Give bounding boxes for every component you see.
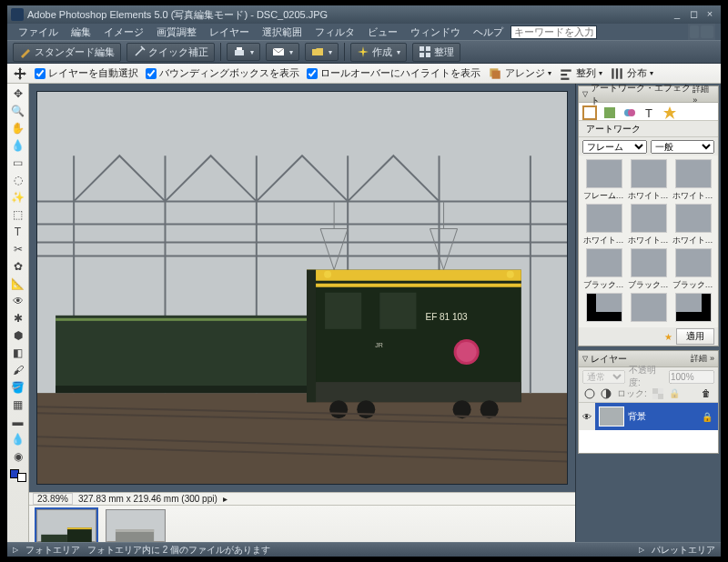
frame-category-select[interactable]: 一般 — [651, 140, 715, 154]
artwork-effects-panel: ▽ アートワーク・エフェクト 詳細 T アートワーク フレーム 一般 — [578, 85, 719, 346]
menu-image[interactable]: イメージ — [98, 24, 149, 41]
artwork-item[interactable]: ホワイト (フレ… — [672, 204, 714, 246]
artwork-item[interactable]: ホワイト (ベ… — [627, 204, 670, 246]
artwork-tab[interactable]: アートワーク — [582, 121, 644, 137]
menu-help[interactable]: ヘルプ — [468, 24, 509, 41]
text-icon[interactable]: T — [642, 105, 657, 120]
favorites-icon[interactable] — [662, 105, 677, 120]
artwork-item[interactable]: ブラック 20px — [672, 248, 714, 291]
artwork-item[interactable]: ホワイト 10px — [627, 159, 670, 202]
collapse-icon[interactable]: ▽ — [582, 355, 588, 363]
artwork-item[interactable] — [627, 293, 670, 324]
layer-row[interactable]: 👁 背景 🔒 — [579, 403, 718, 430]
healing-tool[interactable]: ✱ — [9, 310, 27, 326]
layers-detail-link[interactable]: 詳細 — [691, 353, 714, 365]
zoom-tool[interactable]: 🔍 — [9, 103, 27, 119]
create-button[interactable]: 作成 — [350, 43, 407, 62]
cookie-cutter-tool[interactable]: ✿ — [9, 258, 27, 275]
crop-tool[interactable]: ✂ — [9, 241, 27, 257]
status-arrow-icon[interactable]: ▸ — [223, 494, 228, 504]
lasso-tool[interactable]: ◌ — [9, 172, 27, 188]
maximize-button[interactable]: ◻ — [686, 8, 701, 21]
auto-select-checkbox[interactable]: レイヤーを自動選択 — [35, 66, 138, 80]
favorite-star-icon[interactable]: ★ — [664, 332, 672, 342]
zoom-level[interactable]: 23.89% — [33, 493, 73, 505]
new-layer-icon[interactable] — [584, 388, 595, 399]
redeye-tool[interactable]: 👁 — [9, 293, 27, 309]
expand-palette-area-icon[interactable]: ▷ — [639, 546, 644, 554]
menu-view[interactable]: ビュー — [362, 24, 403, 41]
keyword-search-input[interactable] — [511, 25, 597, 39]
open-button[interactable] — [305, 43, 339, 61]
sponge-tool[interactable]: ◉ — [9, 448, 27, 465]
frame-type-select[interactable]: フレーム — [582, 140, 647, 154]
menu-window[interactable]: ウィンドウ — [405, 24, 466, 41]
organize-button[interactable]: 整理 — [412, 43, 460, 62]
artwork-item[interactable]: ホワイト 20px — [672, 159, 714, 202]
bucket-tool[interactable]: 🪣 — [9, 379, 27, 396]
color-swatch[interactable] — [10, 469, 26, 482]
menu-select[interactable]: 選択範囲 — [257, 24, 308, 41]
menu-filter[interactable]: フィルタ — [309, 24, 360, 41]
quick-fix-button[interactable]: クイック補正 — [126, 43, 215, 62]
artwork-item[interactable]: ホワイト 40px — [582, 204, 625, 246]
wand-tool[interactable]: ✨ — [9, 189, 27, 206]
artwork-item[interactable]: フレームなし — [582, 159, 625, 202]
artwork-item[interactable]: ブラック 10px — [582, 248, 625, 291]
move-tool[interactable]: ✥ — [9, 85, 27, 102]
status-bar: 23.89% 327.83 mm x 219.46 mm (300 ppi) ▸ — [29, 492, 575, 505]
menu-enhance[interactable]: 画質調整 — [151, 24, 202, 41]
thumbnail[interactable]: DSC_0205.JPG — [35, 509, 98, 542]
distribute-dropdown[interactable]: 分布 — [610, 66, 653, 81]
svg-rect-9 — [426, 53, 430, 57]
shape-tool[interactable]: ▬ — [9, 414, 27, 430]
svg-point-52 — [324, 271, 331, 278]
type-tool[interactable]: T — [9, 224, 27, 240]
expand-photo-area-icon[interactable]: ▷ — [13, 546, 18, 554]
adjustment-icon[interactable] — [601, 388, 612, 399]
print-button[interactable] — [227, 43, 260, 61]
selection-brush-tool[interactable]: ⬚ — [9, 206, 27, 223]
envelope-icon — [272, 45, 285, 58]
palette-area-label[interactable]: パレットエリア — [652, 544, 715, 557]
minimize-button[interactable]: _ — [670, 8, 684, 21]
align-dropdown[interactable]: 整列 — [559, 66, 602, 81]
arrange-dropdown[interactable]: アレンジ — [488, 66, 551, 81]
svg-rect-12 — [561, 69, 571, 71]
svg-rect-11 — [492, 70, 500, 78]
artwork-item[interactable]: ブラック 1px — [627, 248, 670, 291]
artwork-detail-link[interactable]: 詳細 — [693, 84, 714, 105]
svg-text:JR: JR — [375, 342, 383, 348]
artwork-item[interactable] — [582, 293, 625, 324]
stamp-tool[interactable]: ⬢ — [9, 327, 27, 344]
svg-rect-43 — [307, 284, 521, 287]
apply-button[interactable]: 適用 — [676, 328, 714, 345]
marquee-tool[interactable]: ▭ — [9, 155, 27, 171]
menu-edit[interactable]: 編集 — [66, 24, 96, 41]
brush-tool[interactable]: 🖌 — [9, 362, 27, 378]
thumbnail[interactable]: DSC_0234.JPG — [104, 509, 167, 542]
frames-icon[interactable] — [582, 105, 597, 120]
menu-file[interactable]: ファイル — [13, 24, 64, 41]
visibility-toggle[interactable]: 👁 — [579, 403, 595, 430]
photo-area-label[interactable]: フォトエリア — [25, 544, 80, 557]
share-button[interactable] — [266, 43, 299, 61]
close-button[interactable]: × — [703, 8, 717, 21]
document-canvas[interactable]: EF 81 103 JR — [36, 91, 568, 485]
hand-tool[interactable]: ✋ — [9, 120, 27, 136]
gradient-tool[interactable]: ▦ — [9, 396, 27, 413]
eyedropper-tool[interactable]: 💧 — [9, 137, 27, 154]
effects-icon[interactable] — [602, 105, 617, 120]
straighten-tool[interactable]: 📐 — [9, 276, 27, 292]
menu-layer[interactable]: レイヤー — [204, 24, 255, 41]
standard-edit-button[interactable]: スタンダード編集 — [13, 43, 121, 62]
trash-icon[interactable]: 🗑 — [702, 388, 713, 399]
collapse-icon[interactable]: ▽ — [582, 90, 588, 98]
graphics-icon[interactable] — [622, 105, 637, 120]
artwork-item[interactable] — [672, 293, 714, 324]
rollover-checkbox[interactable]: ロールオーバーにハイライトを表示 — [307, 66, 480, 80]
eraser-tool[interactable]: ◧ — [9, 345, 27, 361]
svg-rect-3 — [235, 50, 244, 55]
blur-tool[interactable]: 💧 — [9, 431, 27, 447]
bounding-box-checkbox[interactable]: バウンディングボックスを表示 — [146, 66, 299, 80]
